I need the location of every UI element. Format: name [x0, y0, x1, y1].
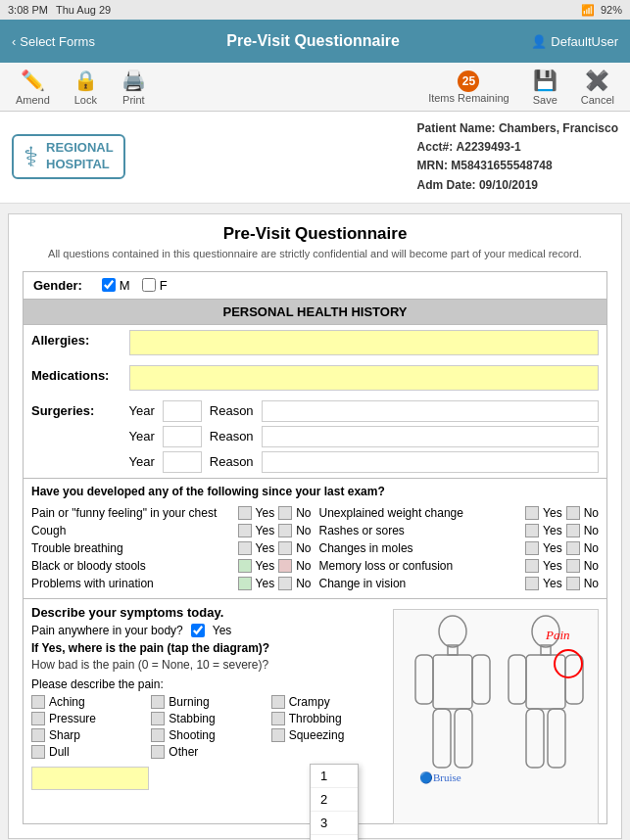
yn-yes-box-3[interactable]: [525, 524, 539, 537]
yn-no-box-5[interactable]: [566, 541, 580, 555]
dropdown-item-3[interactable]: 3: [311, 812, 358, 835]
pain-aching-box[interactable]: [31, 695, 45, 709]
yn-yes-box-6[interactable]: [238, 559, 252, 573]
yn-yes-box-1[interactable]: [525, 506, 539, 520]
adm-value: 09/10/2019: [479, 178, 538, 192]
yn-yes-box-0[interactable]: [238, 506, 252, 520]
gender-female-option[interactable]: F: [142, 278, 168, 293]
pain-dull-box[interactable]: [31, 745, 45, 759]
pain-aching-label: Aching: [49, 695, 85, 709]
surgery-reason-1[interactable]: [262, 400, 599, 422]
yn-group-0: Yes No: [238, 506, 312, 520]
yn-no-box-7[interactable]: [566, 559, 580, 573]
surgery-reason-2[interactable]: [262, 426, 599, 447]
yn-no-box-3[interactable]: [566, 524, 580, 537]
question-label-2: Cough: [31, 524, 66, 537]
pain-burning-label: Burning: [169, 695, 209, 709]
dropdown-item-2[interactable]: 2: [311, 788, 358, 812]
chevron-left-icon: ‹: [12, 34, 16, 49]
body-diagram-svg[interactable]: Pain 🔵Bruise: [394, 610, 599, 824]
hospital-name: REGIONALHOSPITAL: [46, 140, 114, 173]
mrn-value: M58431655548748: [451, 159, 552, 172]
surgery-reason-3[interactable]: [262, 451, 599, 473]
yn-yes-box-9[interactable]: [525, 577, 539, 590]
question-row-3: Rashes or sores Yes No: [319, 522, 600, 539]
surgery-year-2[interactable]: [163, 426, 202, 447]
pain-squeezing-box[interactable]: [271, 728, 285, 742]
surgery-year-3[interactable]: [163, 451, 202, 473]
yn-yes-box-8[interactable]: [238, 577, 252, 590]
items-remaining-label: Items Remaining: [428, 92, 509, 104]
pain-anywhere-yes-label: Yes: [213, 624, 232, 637]
pain-other-box[interactable]: [151, 745, 165, 759]
year-label-1: Year: [129, 403, 155, 418]
svg-rect-12: [526, 709, 544, 768]
medications-input[interactable]: [129, 365, 600, 391]
pain-other-label: Other: [169, 745, 198, 759]
pain-throbbing-label: Throbbing: [289, 712, 342, 725]
surgery-year-1[interactable]: [163, 400, 202, 422]
pain-shooting-box[interactable]: [151, 728, 165, 742]
header-info: ⚕ REGIONALHOSPITAL Patient Name: Chamber…: [0, 112, 630, 204]
gender-female-checkbox[interactable]: [142, 278, 156, 292]
pain-anywhere-label: Pain anywhere in your body?: [31, 624, 183, 637]
pain-scale-dropdown[interactable]: 1 2 3 4 5 6 7 8 9 10: [310, 764, 359, 840]
save-icon: 💾: [533, 69, 557, 92]
pain-stabbing: Stabbing: [151, 712, 263, 725]
save-button[interactable]: 💾 Save: [533, 69, 557, 106]
pain-pressure: Pressure: [31, 712, 143, 725]
items-remaining: 25 Items Remaining: [428, 70, 509, 104]
body-diagram[interactable]: Pain 🔵Bruise: [393, 609, 599, 824]
year-label-2: Year: [129, 429, 155, 443]
pain-crampy-box[interactable]: [271, 695, 285, 709]
pain-throbbing-box[interactable]: [271, 712, 285, 725]
surgeries-label: Surgeries:: [24, 396, 121, 479]
pain-diagram-label: If Yes, where is the pain (tap the diagr…: [31, 641, 383, 655]
back-button[interactable]: ‹ Select Forms: [12, 34, 95, 49]
yn-no-box-2[interactable]: [278, 524, 292, 537]
cancel-icon: ✖️: [585, 69, 609, 92]
form-subtitle: All questions contained in this question…: [23, 248, 607, 259]
dropdown-item-4[interactable]: 4: [311, 835, 358, 840]
svg-rect-13: [548, 709, 565, 768]
amend-button[interactable]: ✏️ Amend: [16, 69, 50, 106]
reason-label-1: Reason: [210, 403, 254, 418]
yn-group-8: Yes No: [238, 577, 312, 590]
yn-no-box-1[interactable]: [566, 506, 580, 520]
yn-yes-box-4[interactable]: [238, 541, 252, 555]
amend-label: Amend: [16, 94, 50, 106]
pain-sharp-box[interactable]: [31, 728, 45, 742]
pain-stabbing-box[interactable]: [151, 712, 165, 725]
yn-no-box-8[interactable]: [278, 577, 292, 590]
gender-male-checkbox[interactable]: [102, 278, 116, 292]
question-row-7: Memory loss or confusion Yes No: [319, 557, 600, 575]
gender-male-option[interactable]: M: [102, 278, 130, 293]
pain-other-input[interactable]: [31, 767, 149, 790]
pain-squeezing: Squeezing: [271, 728, 383, 742]
print-label: Print: [122, 94, 145, 106]
yn-no-box-9[interactable]: [566, 577, 580, 590]
yn-no-box-4[interactable]: [278, 541, 292, 555]
symptoms-title: Describe your symptoms today.: [31, 605, 383, 620]
pain-burning-box[interactable]: [151, 695, 165, 709]
lock-button[interactable]: 🔒 Lock: [73, 69, 98, 106]
cancel-label: Cancel: [581, 94, 614, 106]
yn-yes-box-7[interactable]: [525, 559, 539, 573]
yn-no-box-0[interactable]: [278, 506, 292, 520]
amend-icon: ✏️: [21, 69, 45, 92]
page-title: Pre-Visit Questionnaire: [226, 32, 400, 50]
acct-label: Acct#:: [417, 140, 454, 154]
yn-yes-box-5[interactable]: [525, 541, 539, 555]
pain-anywhere-checkbox[interactable]: [191, 624, 205, 637]
dropdown-item-1[interactable]: 1: [311, 765, 358, 788]
svg-point-0: [439, 616, 466, 647]
pain-pressure-box[interactable]: [31, 712, 45, 725]
yn-no-box-6[interactable]: [278, 559, 292, 573]
print-button[interactable]: 🖨️ Print: [121, 69, 146, 106]
time-display: 3:08 PM: [8, 4, 48, 16]
yn-yes-box-2[interactable]: [238, 524, 252, 537]
allergies-input[interactable]: [129, 330, 600, 355]
svg-rect-11: [565, 655, 583, 704]
pain-dull-label: Dull: [49, 745, 70, 759]
cancel-button[interactable]: ✖️ Cancel: [581, 69, 614, 106]
